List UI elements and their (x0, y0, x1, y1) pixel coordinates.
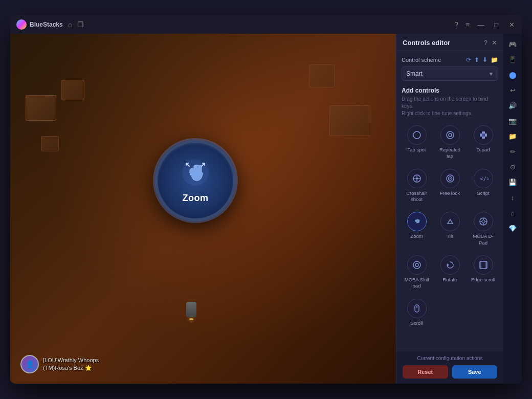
moba-skill-icon (407, 255, 427, 275)
control-repeated-tap[interactable]: Repeated tap (435, 122, 465, 163)
player-tag: (TM)Rosa's Boz 🌟 (43, 364, 99, 372)
app-window: BlueStacks ⌂ ❐ ? ≡ — □ ✕ (10, 15, 522, 384)
icon-bar-gem[interactable]: 💎 (505, 221, 520, 235)
edge-scroll-icon (474, 255, 493, 275)
svg-rect-26 (485, 261, 487, 269)
control-scheme-label: Control scheme (402, 57, 441, 63)
icon-bar-folder[interactable]: 📁 (505, 129, 520, 143)
icon-bar-home[interactable]: ⌂ (505, 206, 520, 220)
svg-point-13 (450, 178, 451, 179)
reset-button[interactable]: Reset (403, 365, 448, 379)
repeated-tap-label: Repeated tap (437, 147, 463, 160)
dpad-label: D-pad (477, 147, 490, 153)
crosshair-icon (407, 169, 427, 188)
control-tilt[interactable]: Tilt (435, 209, 465, 249)
scheme-value: Smart (406, 70, 423, 77)
edge-scroll-label: Edge scroll (471, 277, 495, 283)
editor-body: Control scheme ⟳ ⬆ ⬇ 📁 Smart ▼ (396, 51, 503, 350)
free-look-label: Free look (440, 190, 460, 196)
svg-marker-23 (447, 263, 449, 267)
zoom-label-grid: Zoom (410, 233, 423, 239)
icon-bar-target[interactable]: ⊙ (505, 160, 520, 174)
scheme-upload-icon[interactable]: ⬆ (474, 56, 479, 63)
editor-help-icon[interactable]: ? (484, 39, 487, 47)
editor-title: Controls editor (403, 39, 450, 47)
add-controls-title: Add controls (402, 87, 498, 94)
maximize-button[interactable]: □ (492, 20, 500, 29)
control-crosshair[interactable]: Crosshair shoot (402, 166, 432, 206)
control-zoom[interactable]: Zoom (402, 209, 432, 249)
copy-icon[interactable]: ❐ (77, 20, 84, 29)
main-content: Zoom 👤 [LOU]Wrathly Whoops (TM)Rosa's Bo… (10, 34, 522, 384)
icon-bar-phone[interactable]: 📱 (505, 52, 520, 66)
control-moba-dpad[interactable]: MOBA D-Pad (468, 209, 498, 249)
tilt-label: Tilt (447, 233, 453, 239)
control-edge-scroll[interactable]: Edge scroll (468, 252, 498, 293)
tap-spot-label: Tap spot (408, 147, 426, 153)
bluestacks-logo-icon (16, 19, 27, 30)
home-icon[interactable]: ⌂ (68, 20, 72, 29)
script-icon: </> (474, 169, 493, 188)
env-crate (61, 80, 84, 100)
control-tap-spot[interactable]: Tap spot (402, 122, 432, 163)
zoom-icon-circle (407, 212, 427, 231)
svg-point-10 (416, 178, 418, 180)
footer-buttons: Reset Save (403, 365, 497, 379)
control-script[interactable]: </> Script (468, 166, 498, 206)
control-scroll[interactable]: Scroll (402, 296, 432, 329)
icon-bar-refresh[interactable]: ↩ (505, 83, 520, 97)
scheme-row: Control scheme ⟳ ⬆ ⬇ 📁 (402, 56, 498, 63)
svg-text:</>: </> (480, 175, 489, 182)
scroll-icon (407, 299, 427, 318)
window-controls: ? ≡ — □ ✕ (454, 20, 516, 29)
scheme-refresh-icon[interactable]: ⟳ (466, 56, 471, 63)
scheme-dropdown[interactable]: Smart ▼ (402, 66, 498, 81)
title-bar-nav-icons: ⌂ ❐ (68, 20, 84, 29)
rotate-label: Rotate (443, 277, 457, 283)
help-icon[interactable]: ? (454, 20, 458, 29)
svg-point-3 (449, 134, 452, 137)
control-free-look[interactable]: Free look (435, 166, 465, 206)
repeated-tap-icon (440, 125, 460, 145)
tilt-icon (440, 212, 460, 231)
icon-bar-gamepad[interactable]: 🎮 (505, 37, 520, 51)
moba-dpad-icon (474, 212, 493, 231)
player-name: [LOU]Wrathly Whoops (43, 357, 99, 364)
player-avatar: 👤 (20, 355, 39, 373)
icon-bar-camera[interactable]: 📷 (505, 114, 520, 128)
svg-rect-28 (416, 306, 417, 308)
dpad-icon (474, 125, 493, 145)
icon-bar-resize[interactable]: ↕ (505, 190, 520, 205)
scheme-folder-icon[interactable]: 📁 (491, 56, 498, 63)
control-scheme-section: Control scheme ⟳ ⬆ ⬇ 📁 Smart ▼ (402, 56, 498, 81)
zoom-tooltip: Zoom (154, 140, 236, 221)
icon-bar-volume[interactable]: 🔊 (505, 98, 520, 113)
icon-bar-record[interactable]: ⬤ (505, 68, 520, 82)
save-button[interactable]: Save (452, 365, 498, 379)
player-ui: 👤 [LOU]Wrathly Whoops (TM)Rosa's Boz 🌟 (20, 355, 99, 373)
minimize-button[interactable]: — (477, 20, 485, 29)
zoom-gesture-icon (181, 158, 210, 191)
control-moba-skill[interactable]: MOBA Skill pad (402, 252, 432, 293)
svg-point-2 (447, 131, 454, 139)
env-crate (309, 64, 335, 87)
editor-header: Controls editor ? ✕ (396, 34, 503, 51)
control-rotate[interactable]: Rotate (435, 252, 465, 293)
editor-close-icon[interactable]: ✕ (492, 39, 497, 47)
svg-point-21 (413, 261, 420, 269)
free-look-icon (440, 169, 460, 188)
icon-bar-edit[interactable]: ✏ (505, 144, 520, 159)
menu-icon[interactable]: ≡ (465, 20, 470, 29)
svg-rect-6 (482, 134, 485, 137)
script-label: Script (477, 190, 489, 196)
app-name: BlueStacks (30, 21, 63, 28)
icon-bar-save[interactable]: 💾 (505, 175, 520, 189)
svg-point-1 (413, 131, 420, 139)
scheme-download-icon[interactable]: ⬇ (482, 56, 487, 63)
scroll-label: Scroll (411, 320, 423, 326)
tap-spot-icon (407, 125, 427, 145)
app-logo: BlueStacks (16, 19, 63, 30)
control-dpad[interactable]: D-pad (468, 122, 498, 163)
close-button[interactable]: ✕ (507, 20, 516, 29)
player-info: [LOU]Wrathly Whoops (TM)Rosa's Boz 🌟 (43, 357, 99, 372)
